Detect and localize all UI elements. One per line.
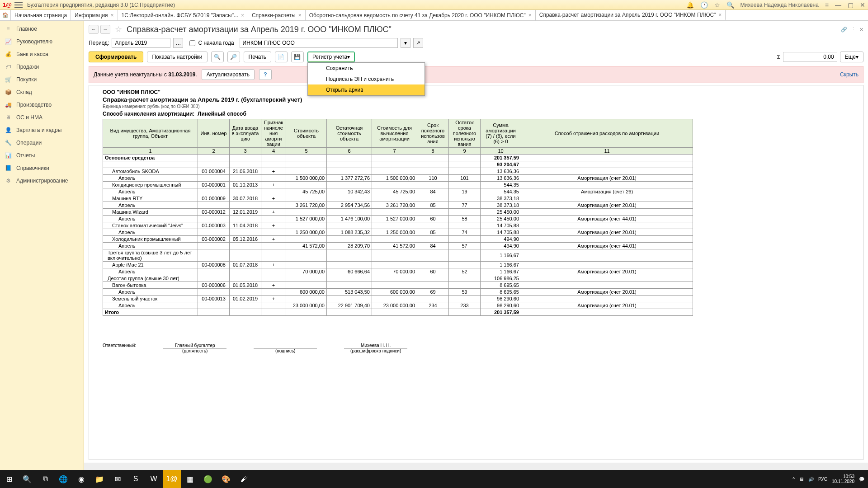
register-button[interactable]: Регистр учета ▾	[307, 52, 355, 62]
sidebar-item-operations[interactable]: 🔧Операции	[0, 136, 84, 149]
save-button[interactable]: 💾	[291, 52, 304, 62]
app2-icon[interactable]: 🟢	[199, 470, 217, 488]
sidebar-item-reports[interactable]: 📊Отчеты	[0, 149, 84, 162]
sidebar-item-os[interactable]: 🖥ОС и НМА	[0, 111, 84, 124]
truck-icon: 🚚	[5, 102, 12, 108]
tray-lang[interactable]: РУС	[818, 477, 827, 482]
org-open-button[interactable]: ↗	[413, 38, 423, 48]
print-button[interactable]: Печать	[244, 52, 271, 62]
favorite-icon[interactable]: ☆	[115, 24, 122, 34]
taskbar: ⊞ 🔍 ⧉ 🌐 ◉ 📁 ✉ S W 1@ ▦ 🟢 🎨 🖌 ^ 🖥 🔊 РУС 1…	[0, 470, 868, 488]
bars-icon: 📊	[5, 152, 12, 159]
star-icon[interactable]: ☆	[714, 1, 720, 9]
minimize-icon[interactable]: —	[835, 1, 841, 9]
more-button[interactable]: Еще ▾	[840, 52, 863, 62]
show-settings-button[interactable]: Показать настройки	[147, 52, 207, 62]
menu-open-archive[interactable]: Открыть архив	[308, 84, 425, 95]
sidebar-item-refs[interactable]: 📘Справочники	[0, 162, 84, 174]
forward-button[interactable]: →	[100, 25, 110, 34]
sidebar-item-main[interactable]: ≡Главное	[0, 23, 84, 35]
bell-icon[interactable]: 🔔	[686, 1, 694, 9]
back-button[interactable]: ←	[89, 25, 99, 34]
sidebar-item-bank[interactable]: 💰Банк и касса	[0, 48, 84, 61]
period-picker-button[interactable]: …	[173, 38, 183, 48]
hide-link[interactable]: Скрыть	[840, 71, 859, 78]
close-icon[interactable]: ×	[111, 12, 114, 19]
home-icon[interactable]: 🏠	[0, 10, 11, 20]
explorer-icon[interactable]: 📁	[90, 470, 108, 488]
tab-home[interactable]: Начальная страница	[11, 10, 71, 20]
maximize-icon[interactable]: ▢	[848, 1, 854, 9]
gear-icon: ⚙	[5, 178, 12, 184]
search-icon[interactable]: 🔍	[726, 1, 734, 9]
close-icon[interactable]: ×	[528, 12, 532, 19]
tray-notif-icon[interactable]: 💬	[859, 477, 864, 482]
search-icon[interactable]: 🔍	[18, 470, 36, 488]
menu-save[interactable]: Сохранить	[308, 63, 425, 74]
register-dropdown: Сохранить Подписать ЭП и сохранить Откры…	[307, 62, 425, 96]
sum-field[interactable]	[783, 52, 837, 62]
horizontal-scrollbar[interactable]	[84, 463, 868, 470]
report-org: ООО "ИНКОМ ПЛЮС"	[103, 89, 849, 95]
app3-icon[interactable]: 🖌	[235, 470, 253, 488]
skype-icon[interactable]: S	[127, 470, 145, 488]
sidebar-item-sales[interactable]: 🏷Продажи	[0, 61, 84, 73]
search-button[interactable]: 🔍	[211, 52, 224, 62]
tray-net-icon[interactable]: 🖥	[799, 477, 804, 482]
outlook-icon[interactable]: ✉	[108, 470, 127, 488]
title-bar: 1@ Бухгалтерия предприятия, редакция 3.0…	[0, 0, 868, 10]
money-icon: 💰	[5, 51, 12, 57]
more-icon[interactable]: ⋮	[851, 27, 856, 33]
chrome-icon[interactable]: ◉	[72, 470, 90, 488]
close-icon[interactable]: ×	[241, 12, 244, 19]
tag-icon: 🏷	[5, 64, 12, 70]
windows-start-icon[interactable]: ⊞	[0, 470, 18, 488]
sidebar-item-production[interactable]: 🚚Производство	[0, 99, 84, 111]
paint-icon[interactable]: 🎨	[217, 470, 235, 488]
period-label: Период:	[89, 40, 109, 46]
tab-info[interactable]: Информация×	[71, 10, 118, 20]
history-icon[interactable]: 🕐	[700, 1, 708, 9]
actualize-button[interactable]: Актуализировать	[202, 69, 255, 80]
preview-button[interactable]: 📄	[275, 52, 288, 62]
org-dropdown-button[interactable]: ▾	[401, 38, 410, 48]
app-icon[interactable]: ▦	[181, 470, 199, 488]
report-table: Вид имущества, Амортизационная группа, О…	[103, 119, 693, 316]
close-icon[interactable]: ✕	[860, 1, 865, 9]
tab-lectory[interactable]: 1С:Лекторий-онлайн. ФСБУ 5/2019 "Запасы"…	[118, 10, 248, 20]
close-page-icon[interactable]: ✕	[859, 27, 863, 33]
tray-sound-icon[interactable]: 🔊	[808, 477, 814, 482]
ie-icon[interactable]: 🌐	[54, 470, 72, 488]
sidebar-item-salary[interactable]: 👤Зарплата и кадры	[0, 124, 84, 136]
search-next-button[interactable]: 🔎	[227, 52, 240, 62]
settings-icon[interactable]: ≡	[825, 1, 829, 9]
report-title: Справка-расчет амортизации за Апрель 201…	[103, 96, 849, 103]
report-area[interactable]: ООО "ИНКОМ ПЛЮС" Справка-расчет амортиза…	[89, 85, 863, 460]
tab-osv[interactable]: Оборотно-сальдовая ведомость по счету 41…	[306, 10, 536, 20]
1c-icon[interactable]: 1@	[163, 470, 181, 488]
app-logo: 1@	[3, 1, 12, 8]
menu-icon[interactable]	[14, 2, 23, 8]
task-view-icon[interactable]: ⧉	[36, 470, 54, 488]
report-method: Способ начисления амортизации: Линейный …	[103, 111, 849, 117]
form-button[interactable]: Сформировать	[89, 52, 143, 62]
word-icon[interactable]: W	[145, 470, 163, 488]
org-input[interactable]	[240, 38, 398, 48]
menu-sign-save[interactable]: Подписать ЭП и сохранить	[308, 74, 425, 84]
sidebar-item-manager[interactable]: 📈Руководителю	[0, 35, 84, 48]
sidebar-item-warehouse[interactable]: 📦Склад	[0, 86, 84, 99]
tab-spravki[interactable]: Справки-расчеты×	[248, 10, 306, 20]
monitor-icon: 🖥	[5, 114, 12, 121]
period-input[interactable]	[112, 38, 170, 48]
sidebar-item-admin[interactable]: ⚙Администрирование	[0, 174, 84, 187]
since-start-label: С начала года	[198, 40, 234, 46]
tray-up-icon[interactable]: ^	[793, 477, 795, 482]
user-label[interactable]: Михеева Надежда Николаевна	[741, 2, 819, 8]
help-button[interactable]: ?	[259, 69, 272, 80]
since-start-checkbox[interactable]	[189, 40, 195, 46]
close-icon[interactable]: ×	[298, 12, 302, 19]
sidebar-item-purchases[interactable]: 🛒Покупки	[0, 73, 84, 86]
link-icon[interactable]: 🔗	[841, 27, 847, 33]
close-icon[interactable]: ×	[718, 12, 722, 18]
tab-amort[interactable]: Справка-расчет амортизации за Апрель 201…	[536, 10, 726, 20]
